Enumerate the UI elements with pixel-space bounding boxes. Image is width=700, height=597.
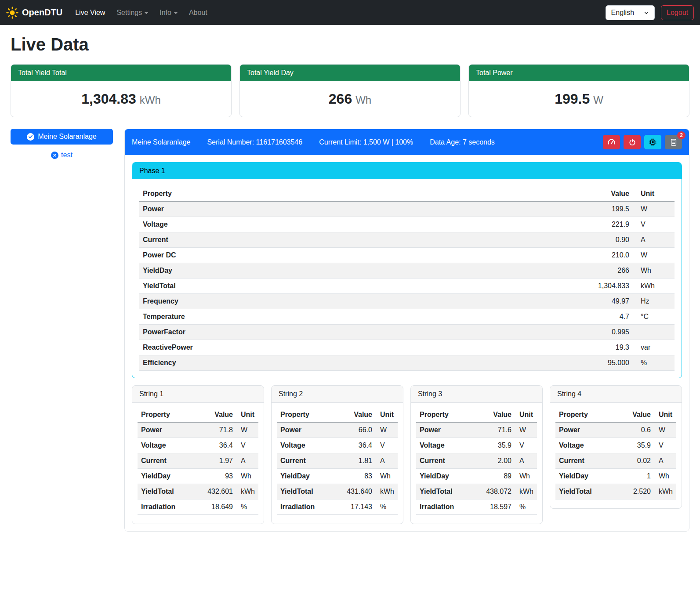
nav-settings-label: Settings: [116, 9, 142, 17]
logout-button[interactable]: Logout: [661, 5, 694, 20]
string-2-card: String 2 Property Value Unit: [271, 385, 403, 524]
language-select[interactable]: English: [606, 5, 655, 20]
table-row: Power0.6W: [555, 423, 676, 438]
brand-label: OpenDTU: [22, 7, 62, 18]
col-unit: Unit: [633, 186, 675, 202]
string-title: String 2: [272, 386, 403, 403]
card-title: Total Yield Total: [11, 65, 231, 81]
nav-about[interactable]: About: [183, 5, 213, 20]
table-row: Voltage36.4V: [138, 438, 258, 453]
nav-info[interactable]: Info: [154, 5, 183, 20]
table-row: Current1.81A: [277, 453, 398, 469]
x-circle-icon: [51, 152, 58, 159]
phase-title: Phase 1: [132, 163, 682, 179]
nav-live-view[interactable]: Live View: [69, 5, 111, 20]
table-row: YieldTotal432.601kWh: [138, 484, 258, 499]
brand-link[interactable]: OpenDTU: [6, 7, 62, 19]
table-row: Irradiation17.143%: [277, 499, 398, 515]
inverter-limit: Current Limit: 1,500 W | 100%: [319, 138, 413, 146]
col-property: Property: [277, 407, 332, 423]
language-select-value: English: [611, 9, 634, 17]
check-circle-icon: [27, 133, 34, 141]
table-row: ReactivePower19.3var: [139, 340, 675, 355]
table-row: Power DC210.0W: [139, 248, 675, 263]
table-row: PowerFactor0.995: [139, 325, 675, 340]
col-property: Property: [555, 407, 616, 423]
col-value: Value: [435, 186, 633, 202]
string-table: Property Value Unit Power71.6W Voltage35…: [416, 407, 537, 515]
table-row: Voltage35.9V: [555, 438, 676, 453]
inverter-selector-label: Meine Solaranlage: [38, 133, 96, 141]
string-table: Property Value Unit Power71.8W Voltage36…: [138, 407, 258, 515]
inverter-name: Meine Solaranlage: [132, 138, 190, 146]
col-value: Value: [193, 407, 236, 423]
string-4-card: String 4 Property Value Unit: [550, 385, 682, 509]
col-unit: Unit: [376, 407, 398, 423]
table-row: YieldDay93Wh: [138, 469, 258, 484]
table-row: Voltage36.4V: [277, 438, 398, 453]
table-row: YieldTotal438.072kWh: [416, 484, 537, 499]
cpu-icon: [649, 138, 657, 146]
total-power-card: Total Power 199.5W: [468, 64, 689, 117]
table-row: Irradiation18.649%: [138, 499, 258, 515]
table-row: Power71.8W: [138, 423, 258, 438]
inverter-selector-test[interactable]: test: [11, 151, 113, 159]
string-table: Property Value Unit Power66.0W Voltage36…: [277, 407, 398, 515]
event-count-badge: 2: [677, 131, 685, 139]
table-row: YieldDay83Wh: [277, 469, 398, 484]
inverter-sidebar: Meine Solaranlage test: [11, 129, 113, 159]
card-title: Total Power: [469, 65, 689, 81]
navbar: OpenDTU Live View Settings Info About En…: [0, 0, 700, 25]
card-unit: W: [593, 94, 603, 106]
inverter-panel-header: Meine Solaranlage Serial Number: 1161716…: [125, 129, 689, 155]
card-unit: Wh: [355, 94, 371, 106]
device-info-button[interactable]: [644, 135, 661, 149]
table-row: YieldDay89Wh: [416, 469, 537, 484]
inverter-test-label: test: [61, 151, 73, 159]
inverter-selector-active[interactable]: Meine Solaranlage: [11, 129, 113, 145]
nav-settings[interactable]: Settings: [111, 5, 154, 20]
phase-table: Property Value Unit Power199.5W Voltage2…: [139, 186, 675, 371]
table-row: Current2.00A: [416, 453, 537, 469]
table-row: YieldTotal1,304.833kWh: [139, 279, 675, 294]
total-yield-day-card: Total Yield Day 266Wh: [239, 64, 461, 117]
chevron-down-icon: [174, 12, 178, 14]
table-row: YieldDay1Wh: [555, 469, 676, 484]
string-3-card: String 3 Property Value Unit: [410, 385, 543, 524]
table-row: Current0.90A: [139, 232, 675, 248]
table-row: YieldDay266Wh: [139, 263, 675, 279]
card-value: 1,304.83: [81, 91, 136, 107]
journal-list-icon: [670, 138, 678, 146]
table-row: Efficiency95.000%: [139, 355, 675, 371]
table-row: Current1.97A: [138, 453, 258, 469]
string-title: String 1: [132, 386, 264, 403]
inverter-serial: Serial Number: 116171603546: [207, 138, 302, 146]
col-unit: Unit: [515, 407, 537, 423]
table-row: YieldTotal431.640kWh: [277, 484, 398, 499]
inverter-data-age: Data Age: 7 seconds: [430, 138, 495, 146]
event-log-button[interactable]: 2: [665, 135, 682, 149]
phase-1-card: Phase 1 Property Value Unit: [132, 162, 682, 378]
chevron-down-icon: [644, 10, 649, 15]
col-value: Value: [616, 407, 654, 423]
string-1-card: String 1 Property Value Unit: [132, 385, 264, 524]
chevron-down-icon: [145, 12, 148, 14]
col-value: Value: [332, 407, 376, 423]
table-row: Temperature4.7°C: [139, 309, 675, 325]
summary-cards: Total Yield Total 1,304.83kWh Total Yiel…: [11, 64, 689, 117]
inverter-panel: Meine Solaranlage Serial Number: 1161716…: [124, 129, 689, 532]
nav-info-label: Info: [160, 9, 171, 17]
table-row: Power199.5W: [139, 202, 675, 217]
col-property: Property: [416, 407, 472, 423]
col-property: Property: [138, 407, 193, 423]
card-title: Total Yield Day: [240, 65, 460, 81]
gauge-icon: [607, 138, 616, 146]
limit-settings-button[interactable]: [603, 135, 620, 149]
power-icon: [628, 138, 636, 146]
card-value: 266: [329, 91, 352, 107]
strings-row: String 1 Property Value Unit: [132, 385, 682, 524]
power-button[interactable]: [624, 135, 641, 149]
card-unit: kWh: [140, 94, 161, 106]
page-title: Live Data: [11, 35, 689, 54]
col-unit: Unit: [654, 407, 676, 423]
